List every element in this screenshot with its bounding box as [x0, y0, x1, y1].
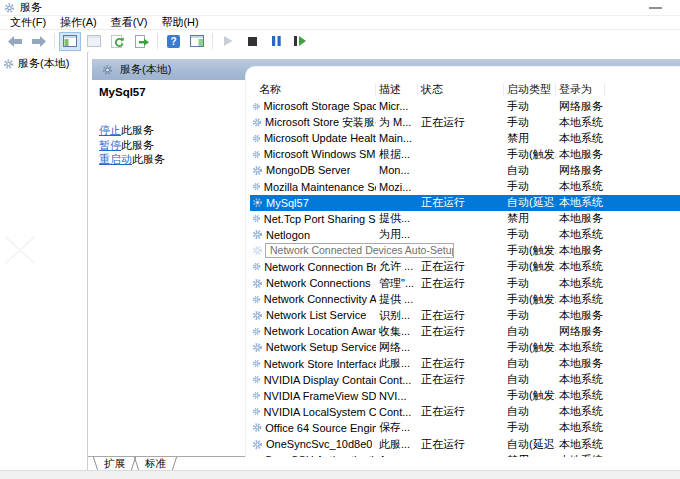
- cell-description: 为用...: [376, 227, 418, 242]
- service-action-links: 停止此服务暂停此服务重启动此服务: [99, 123, 239, 167]
- table-row[interactable]: Network Connections管理"...正在运行手动本地系统: [250, 275, 680, 291]
- service-action-suffix: 此服务: [121, 139, 154, 151]
- help-button[interactable]: ?: [162, 32, 184, 51]
- table-row[interactable]: NVIDIA FrameView SDK se...NVI...手动(触发...…: [250, 388, 680, 404]
- table-row[interactable]: Network List Service识别...正在运行手动本地服务: [250, 307, 680, 323]
- tree-item-services-local[interactable]: 服务(本地): [0, 52, 87, 73]
- watermark-x: [0, 228, 30, 274]
- table-row[interactable]: Network Setup Service网络...手动(触发...本地系统: [250, 339, 680, 355]
- minimize-button[interactable]: [649, 7, 662, 9]
- restart-service-button[interactable]: [289, 32, 311, 51]
- cell-startup-type: 自动: [504, 163, 556, 178]
- service-action-suffix: 此服务: [121, 124, 154, 136]
- service-action-link[interactable]: 暂停: [99, 139, 121, 151]
- cell-status: 正在运行: [418, 259, 504, 274]
- cell-logon-as: 网络服务: [556, 99, 605, 114]
- cell-logon-as: 本地服务: [556, 308, 605, 323]
- cell-logon-as: 本地服务: [556, 356, 605, 371]
- cell-description: 提供 ...: [376, 292, 418, 307]
- back-button[interactable]: [4, 32, 26, 51]
- cell-logon-as: 本地系统: [556, 195, 605, 210]
- table-row[interactable]: OpenSSH Authentication ...Age...禁用本地系统: [250, 452, 680, 457]
- cell-startup-type: 手动: [504, 99, 556, 114]
- column-header[interactable]: 状态: [418, 83, 504, 96]
- cell-name: Microsoft Windows SMS 路...: [250, 147, 376, 162]
- table-row[interactable]: NVIDIA Display Container LSCont...正在运行自动…: [250, 372, 680, 388]
- cell-description: Mozi...: [376, 181, 418, 193]
- pause-service-button[interactable]: [265, 32, 287, 51]
- cell-logon-as: 本地系统: [556, 372, 605, 387]
- stop-service-button[interactable]: [241, 32, 263, 51]
- cell-description: Micr...: [376, 100, 418, 112]
- cell-logon-as: 网络服务: [556, 324, 605, 339]
- table-row[interactable]: MySql57正在运行自动(延迟...本地系统: [250, 195, 680, 211]
- service-action-link[interactable]: 停止: [99, 124, 121, 136]
- service-gear-icon: [252, 229, 263, 240]
- cell-startup-type: 手动(触发...: [504, 259, 556, 274]
- service-gear-icon: [252, 165, 263, 176]
- table-row[interactable]: NVIDIA LocalSystem Conta...Cont...正在运行自动…: [250, 404, 680, 420]
- cell-name: NVIDIA Display Container LS: [250, 374, 376, 386]
- cell-logon-as: 本地系统: [556, 437, 605, 452]
- properties-button[interactable]: [83, 32, 105, 51]
- table-row[interactable]: Network Location Awarene...收集...正在运行自动网络…: [250, 323, 680, 339]
- selected-service-name: MySql57: [99, 86, 239, 98]
- table-row[interactable]: Microsoft Store 安装服务为 M...正在运行手动本地系统: [250, 114, 680, 130]
- table-row[interactable]: OneSyncSvc_10d8e0此服...正在运行自动(延迟...本地系统: [250, 436, 680, 452]
- cell-status: 正在运行: [418, 324, 504, 339]
- table-row[interactable]: Office 64 Source Engine保存...手动本地系统: [250, 420, 680, 436]
- service-gear-icon: [252, 149, 261, 160]
- cell-name: NVIDIA FrameView SDK se...: [250, 390, 376, 402]
- service-gear-icon: [252, 101, 261, 112]
- menu-item[interactable]: 操作(A): [53, 16, 104, 29]
- cell-logon-as: 本地系统: [556, 292, 605, 307]
- service-name-label: Network Connections: [266, 277, 371, 289]
- window-title: 服务: [20, 0, 42, 15]
- table-row[interactable]: Netlogon为用...手动本地系统: [250, 227, 680, 243]
- export-list-button[interactable]: [131, 32, 153, 51]
- show-console-tree-icon: [63, 35, 77, 47]
- table-row[interactable]: Network Connected Devices Auto-Setup手动(触…: [250, 243, 680, 259]
- service-name-label: MySql57: [266, 197, 309, 209]
- column-header[interactable]: 登录为: [556, 83, 605, 96]
- service-name-label: Network Location Awarene...: [264, 325, 376, 337]
- table-row[interactable]: Network Connectivity Assis...提供 ...手动(触发…: [250, 291, 680, 307]
- table-row[interactable]: Net.Tcp Port Sharing Service提供...禁用本地服务: [250, 211, 680, 227]
- cell-name: Network Setup Service: [250, 341, 376, 353]
- menu-item[interactable]: 查看(V): [104, 16, 155, 29]
- service-action-link[interactable]: 重启动: [99, 153, 132, 165]
- stop-service-icon: [248, 37, 257, 46]
- table-row[interactable]: Microsoft Storage Spaces S...Micr...手动网络…: [250, 98, 680, 114]
- table-row[interactable]: Microsoft Windows SMS 路...根据...手动(触发...本…: [250, 146, 680, 162]
- service-name-label: Microsoft Store 安装服务: [265, 115, 376, 130]
- view-tab-active[interactable]: 扩展: [94, 457, 135, 470]
- table-row[interactable]: Mozilla Maintenance ServiceMozi...手动本地系统: [250, 178, 680, 194]
- cell-startup-type: 自动(延迟...: [504, 195, 556, 210]
- column-header[interactable]: 名称: [250, 83, 376, 96]
- show-console-tree-button[interactable]: [59, 32, 81, 51]
- cell-name: Network Connections: [250, 277, 376, 289]
- table-row[interactable]: Network Store Interface Se...此服...正在运行自动…: [250, 356, 680, 372]
- forward-button[interactable]: [28, 32, 50, 51]
- view-tab-inactive[interactable]: 标准: [135, 457, 176, 470]
- properties-icon: [87, 35, 101, 47]
- title-bar: 服务: [0, 0, 680, 16]
- show-action-pane-button[interactable]: [186, 32, 208, 51]
- cell-name: OpenSSH Authentication ...: [250, 454, 376, 457]
- table-row[interactable]: Microsoft Update Health S...Main...禁用本地系…: [250, 130, 680, 146]
- menu-item[interactable]: 文件(F): [3, 16, 53, 29]
- start-service-button[interactable]: [217, 32, 239, 51]
- service-gear-icon: [252, 117, 262, 128]
- column-header[interactable]: 描述: [376, 83, 418, 96]
- menu-item[interactable]: 帮助(H): [154, 16, 205, 29]
- cell-startup-type: 自动: [504, 372, 556, 387]
- service-gear-icon: [252, 245, 263, 256]
- table-row[interactable]: Network Connection Broker允许 ...正在运行手动(触发…: [250, 259, 680, 275]
- refresh-button[interactable]: [107, 32, 129, 51]
- table-row[interactable]: MongoDB ServerMon...自动网络服务: [250, 162, 680, 178]
- cell-name: MongoDB Server: [250, 164, 376, 176]
- cell-description: NVI...: [376, 390, 418, 402]
- cell-logon-as: 本地系统: [556, 259, 605, 274]
- cell-startup-type: 自动: [504, 324, 556, 339]
- column-header[interactable]: 启动类型: [504, 83, 556, 96]
